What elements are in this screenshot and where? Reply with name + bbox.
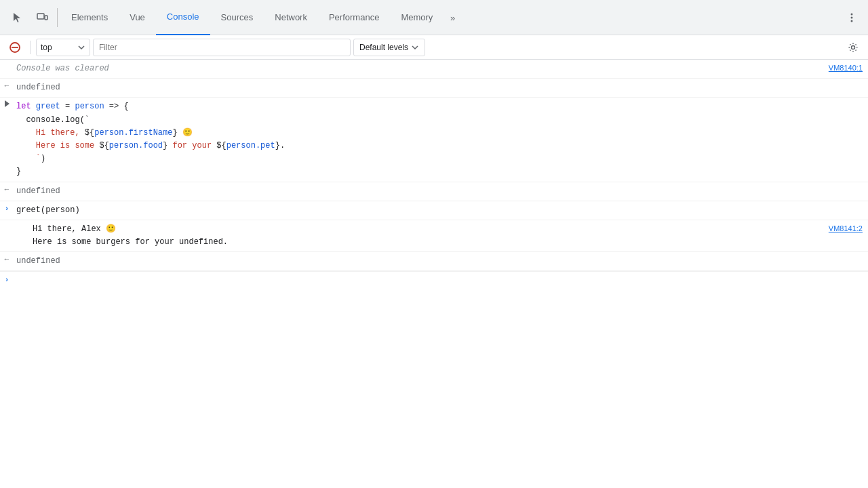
svg-text:»: » <box>450 13 455 23</box>
code-expand-icon[interactable] <box>0 99 14 107</box>
console-cleared-row: Console was cleared VM8140:1 <box>0 60 868 79</box>
console-input-area[interactable] <box>14 277 868 280</box>
expression-arrow: › <box>0 203 14 212</box>
filter-input[interactable] <box>93 39 351 56</box>
console-content: Console was cleared VM8140:1 ← undefined… <box>0 60 868 488</box>
toolbar: top Default levels <box>0 35 868 60</box>
output-arrow-3: ← <box>0 253 14 263</box>
output-row-1: ← undefined <box>0 79 868 98</box>
console-input-row: › <box>0 271 868 285</box>
expression-content: greet(person) <box>14 203 868 218</box>
code-block-content: let greet = person => { console.log(` Hi… <box>14 99 868 180</box>
top-nav: Elements Vue Console Sources Network Per… <box>0 0 868 35</box>
tab-vue[interactable]: Vue <box>119 0 156 35</box>
nav-divider <box>57 8 58 27</box>
expression-row: › greet(person) <box>0 201 868 220</box>
cursor-icon-btn[interactable] <box>5 5 30 30</box>
tab-sources[interactable]: Sources <box>210 0 264 35</box>
context-selector[interactable]: top <box>36 39 90 56</box>
clear-console-btn[interactable] <box>5 38 24 57</box>
log-line-1: Hi there, Alex 🙂 <box>16 223 823 236</box>
toolbar-divider <box>30 41 31 54</box>
output-value-2: undefined <box>14 184 868 199</box>
cleared-message: Console was cleared <box>14 61 826 77</box>
svg-point-5 <box>851 20 853 22</box>
tab-elements[interactable]: Elements <box>60 0 119 35</box>
log-line-2: Here is some burgers for your undefined. <box>16 236 823 249</box>
log-levels-selector[interactable]: Default levels <box>353 39 425 56</box>
log-output-row: Hi there, Alex 🙂 Here is some burgers fo… <box>0 220 868 252</box>
settings-btn[interactable] <box>844 38 863 57</box>
log-output-content: Hi there, Alex 🙂 Here is some burgers fo… <box>14 222 826 250</box>
log-spacer <box>0 222 14 223</box>
output-value-1: undefined <box>14 80 868 96</box>
svg-point-8 <box>852 45 855 49</box>
cleared-source-link[interactable]: VM8140:1 <box>826 61 868 73</box>
svg-rect-0 <box>37 14 44 19</box>
tab-memory[interactable]: Memory <box>390 0 443 35</box>
output-arrow-2: ← <box>0 184 14 193</box>
output-arrow-1: ← <box>0 80 14 89</box>
code-block-row: let greet = person => { console.log(` Hi… <box>0 98 868 182</box>
kebab-menu-btn[interactable] <box>841 7 863 28</box>
output-row-3: ← undefined <box>0 252 868 271</box>
tab-console[interactable]: Console <box>156 0 210 35</box>
svg-rect-1 <box>45 16 47 20</box>
svg-point-4 <box>851 16 853 18</box>
input-prompt-icon: › <box>0 274 14 283</box>
cleared-spacer <box>0 61 14 62</box>
log-source-link[interactable]: VM8141:2 <box>826 222 868 234</box>
more-tabs-btn[interactable]: » <box>445 7 467 28</box>
output-row-2: ← undefined <box>0 182 868 201</box>
tab-network[interactable]: Network <box>264 0 318 35</box>
device-toggle-btn[interactable] <box>30 5 54 30</box>
output-value-3: undefined <box>14 253 868 269</box>
svg-point-3 <box>851 13 853 15</box>
tab-performance[interactable]: Performance <box>318 0 390 35</box>
